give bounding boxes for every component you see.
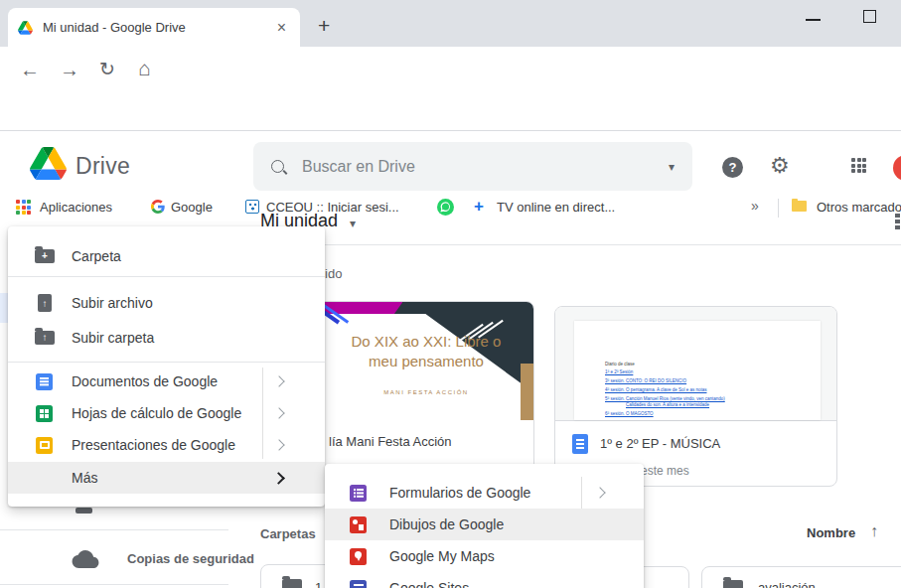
bookmarks-separator: [778, 198, 779, 218]
reload-icon[interactable]: ↻: [99, 58, 115, 80]
quick-access-card-document[interactable]: Diario de clase 1ª e 2ª Sesión 3ª sesión…: [554, 306, 837, 487]
window-minimize-button[interactable]: [806, 19, 821, 21]
new-tab-button[interactable]: +: [318, 14, 330, 38]
sidebar-backups-label: Copias de seguridad: [127, 551, 254, 566]
back-icon[interactable]: ←: [20, 59, 40, 81]
google-drive-window: Mi unidad - Google Drive × + ← → ↻ ⌂ htt…: [0, 0, 901, 588]
card-file-title: lía Mani Festa Acción: [329, 434, 452, 449]
submenu-item-google-forms[interactable]: Formularios de Google: [325, 477, 644, 509]
google-docs-icon: [36, 373, 53, 390]
document-thumbnail: Diario de clase 1ª e 2ª Sesión 3ª sesión…: [555, 307, 836, 421]
bookmarks-bar: Aplicaciones Google CCEOU :: Iniciar ses…: [0, 94, 901, 131]
google-my-maps-icon: [350, 548, 367, 565]
tv-favicon-icon: +: [474, 197, 484, 217]
menu-item-upload-file[interactable]: ↑ Subir archivo: [8, 287, 325, 319]
search-icon[interactable]: [271, 160, 284, 173]
google-sheets-icon: [36, 405, 53, 422]
folder-name: 1: [315, 580, 322, 588]
submenu-item-google-my-maps[interactable]: Google My Maps: [325, 540, 644, 572]
cloud-icon: [72, 549, 99, 568]
browser-tab[interactable]: Mi unidad - Google Drive ×: [8, 8, 300, 47]
folder-upload-icon: ↑: [35, 331, 55, 345]
docs-file-icon: [572, 434, 588, 454]
submenu-item-google-drawings[interactable]: Dibujos de Google: [325, 509, 644, 540]
tab-close-icon[interactable]: ×: [273, 20, 290, 36]
submenu-chevron-icon: [272, 472, 285, 485]
card-file-title: 1º e 2º EP - MÚSICA: [600, 436, 720, 451]
window-maximize-button[interactable]: [863, 10, 876, 23]
search-options-caret-icon[interactable]: ▾: [669, 160, 675, 174]
content-divider: [238, 244, 901, 245]
bookmarks-overflow-icon[interactable]: »: [751, 198, 759, 214]
sidebar-selected-item-sliver: [0, 293, 8, 323]
sidebar-icon-sliver: [75, 508, 92, 514]
bookmark-apps[interactable]: Aplicaciones: [40, 200, 112, 215]
google-g-icon: [151, 200, 165, 214]
menu-item-new-folder[interactable]: + Carpeta: [8, 240, 325, 272]
drive-logo-text[interactable]: Drive: [75, 153, 130, 180]
menu-item-google-sheets[interactable]: Hojas de cálculo de Google: [8, 397, 325, 429]
more-submenu: Formularios de Google Dibujos de Google …: [325, 464, 644, 588]
forward-icon[interactable]: →: [60, 59, 79, 81]
google-forms-icon: [350, 485, 367, 502]
slide-title: Do XIX ao XXI: Libre omeu pensamento: [321, 332, 531, 371]
menu-item-google-slides[interactable]: Presentaciones de Google: [8, 429, 325, 461]
menu-item-upload-folder[interactable]: ↑ Subir carpeta: [8, 322, 325, 354]
browser-tab-strip: Mi unidad - Google Drive × +: [0, 0, 901, 47]
submenu-chevron-icon: [273, 375, 284, 386]
bookmark-google[interactable]: Google: [171, 200, 213, 215]
google-slides-icon: [36, 437, 53, 454]
menu-item-google-docs[interactable]: Documentos de Google: [8, 366, 325, 397]
apps-grid-icon: [16, 200, 31, 215]
document-page-preview: Diario de clase 1ª e 2ª Sesión 3ª sesión…: [574, 321, 821, 420]
folder-icon: [282, 579, 302, 588]
drive-logo-icon[interactable]: [30, 147, 67, 180]
google-apps-grid-icon[interactable]: [851, 158, 866, 173]
cceou-favicon-icon: [245, 200, 259, 214]
help-icon[interactable]: ?: [722, 157, 743, 178]
search-placeholder: Buscar en Drive: [302, 158, 669, 176]
google-sites-icon: [350, 580, 367, 588]
folder-plus-icon: +: [35, 249, 55, 263]
view-toggle-icon-clipped[interactable]: [895, 214, 901, 235]
drive-favicon-icon: [18, 21, 33, 35]
settings-gear-icon[interactable]: ⚙: [770, 155, 790, 177]
other-bookmarks-folder-icon: [792, 201, 807, 212]
folder-card-2[interactable]: avaliación: [701, 566, 901, 588]
bookmark-tv-online[interactable]: TV online en direct...: [497, 200, 615, 215]
slide-subtitle: MANI FESTA ACCIÓN: [321, 389, 531, 395]
submenu-chevron-icon: [273, 407, 284, 418]
submenu-item-google-sites[interactable]: Google Sites: [325, 572, 644, 588]
menu-item-more[interactable]: Más: [8, 462, 325, 494]
submenu-chevron-icon: [273, 439, 284, 450]
browser-toolbar: ← → ↻ ⌂ https://drive.google.com/drive/u…: [0, 47, 901, 94]
sidebar-divider-bottom: [0, 584, 228, 585]
new-menu: + Carpeta ↑ Subir archivo ↑ Subir carpet…: [8, 226, 325, 507]
whatsapp-icon[interactable]: [437, 199, 454, 216]
tab-title: Mi unidad - Google Drive: [43, 20, 273, 35]
folder-icon: [723, 580, 743, 588]
page-title-caret-icon[interactable]: ▾: [350, 217, 356, 230]
sort-name-header[interactable]: Nombre: [807, 525, 855, 540]
sidebar-item-backups[interactable]: Copias de seguridad: [72, 546, 254, 570]
sort-direction-arrow-icon[interactable]: ↑: [870, 522, 878, 540]
submenu-chevron-icon: [594, 487, 605, 498]
google-drawings-icon: [350, 516, 367, 533]
folder-name: avaliación: [758, 580, 816, 588]
folders-label: Carpetas: [260, 526, 316, 541]
sidebar-divider: [0, 529, 228, 530]
home-icon[interactable]: ⌂: [138, 57, 151, 80]
drive-search-bar[interactable]: Buscar en Drive ▾: [253, 142, 692, 191]
bookmark-others-folder[interactable]: Otros marcadores: [817, 200, 901, 215]
file-upload-icon: ↑: [38, 294, 52, 312]
